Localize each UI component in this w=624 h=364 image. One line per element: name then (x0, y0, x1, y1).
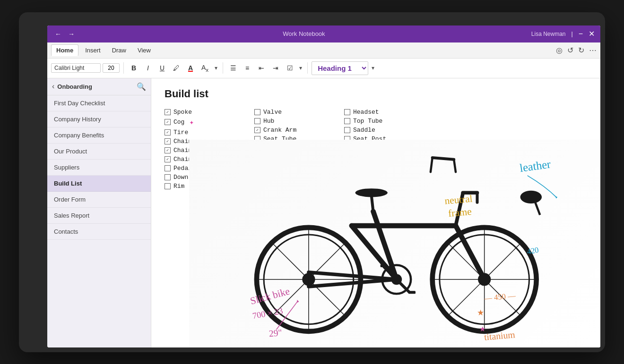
svg-text:700 × 23: 700 × 23 (252, 306, 284, 321)
svg-line-55 (431, 157, 433, 171)
star-cog-icon: ✦ (189, 118, 194, 127)
numbered-list-button[interactable]: ≡ (241, 63, 253, 73)
text-effects-button[interactable]: Ax (199, 62, 211, 74)
label-headset: Headset (353, 109, 379, 116)
label-saddle: Saddle (353, 127, 375, 134)
menu-view[interactable]: View (133, 45, 156, 56)
svg-text:29": 29" (269, 327, 283, 338)
svg-line-56 (454, 159, 456, 172)
checkbox-tire[interactable] (165, 129, 171, 135)
lasso-icon[interactable]: ◎ (556, 46, 563, 55)
sidebar-item-build-list[interactable]: Build List (47, 176, 151, 192)
redo-icon[interactable]: ↻ (578, 46, 584, 55)
menu-draw[interactable]: Draw (107, 45, 131, 56)
list-item[interactable]: Top Tube (344, 117, 420, 126)
sidebar-item-company-history[interactable]: Company History (47, 111, 151, 127)
highlight-button[interactable]: 🖊 (170, 63, 182, 73)
checkbox-chain[interactable] (165, 138, 171, 144)
list-item[interactable]: Saddle (344, 126, 420, 135)
sidebar-item-suppliers[interactable]: Suppliers (47, 160, 151, 176)
sidebar-item-company-benefits[interactable]: Company Benefits (47, 127, 151, 144)
decrease-indent-button[interactable]: ⇤ (255, 63, 268, 73)
checkbox-chainring[interactable] (165, 156, 171, 162)
svg-point-32 (355, 188, 388, 197)
label-tire: Tire (173, 129, 188, 136)
checkbox-cog[interactable] (165, 119, 171, 125)
checkbox-spoke[interactable] (165, 109, 171, 115)
checkbox-button[interactable]: ☑ (284, 63, 296, 73)
svg-text:★: ★ (477, 308, 484, 317)
list-item[interactable]: Headset (344, 108, 420, 117)
list-item[interactable]: Hub (254, 117, 330, 126)
sidebar-item-our-product[interactable]: Our Product (47, 144, 151, 160)
bold-button[interactable]: B (128, 63, 140, 73)
checkbox-rim[interactable] (165, 183, 171, 189)
list-item[interactable]: Crank Arm (254, 126, 330, 135)
bullet-list-button[interactable]: ☰ (227, 63, 239, 73)
sidebar-back-button[interactable]: ‹ (52, 82, 54, 91)
title-bar: ← → Work Notebook Lisa Newman | − ✕ (47, 25, 600, 42)
checkbox-headset[interactable] (344, 109, 350, 115)
close-button[interactable]: ✕ (589, 29, 595, 38)
device-frame: ← → Work Notebook Lisa Newman | − ✕ Home… (19, 12, 605, 352)
sidebar-section-title: Onboarding (57, 83, 134, 90)
checkbox-crank-arm[interactable] (254, 127, 260, 133)
checkbox-hub[interactable] (254, 118, 260, 124)
list-item[interactable]: Tire (165, 128, 240, 137)
content-area: Build list Spoke Cog ✦ (151, 78, 600, 347)
sidebar-item-contacts[interactable]: Contacts (47, 224, 151, 240)
increase-indent-button[interactable]: ⇥ (269, 63, 282, 73)
checkbox-valve[interactable] (254, 109, 260, 115)
sidebar-item-order-form[interactable]: Order Form (47, 192, 151, 208)
font-size-input[interactable] (103, 63, 120, 73)
user-name: Lisa Newman (531, 31, 566, 37)
label-rim: Rim (173, 183, 184, 190)
svg-text:titanium: titanium (484, 329, 516, 342)
label-cog: Cog (173, 119, 184, 126)
svg-rect-38 (381, 264, 388, 267)
heading-style-select[interactable]: Heading 1 Heading 2 Normal (312, 61, 368, 75)
checkbox-top-tube[interactable] (344, 118, 350, 124)
list-item[interactable]: Cog ✦ (165, 117, 240, 128)
svg-line-7 (274, 244, 309, 279)
checkbox-chainstay[interactable] (165, 147, 171, 153)
svg-line-20 (485, 244, 520, 279)
bike-background: leather neutral frame Slick bike 700 × 2… (189, 140, 600, 347)
separator-3 (307, 62, 308, 74)
svg-line-35 (397, 279, 409, 292)
svg-text:frame: frame (448, 205, 472, 219)
label-hub: Hub (263, 118, 274, 125)
title-divider: | (572, 31, 573, 37)
main-area: ‹ Onboarding 🔍 First Day Checklist Compa… (47, 78, 600, 347)
menu-insert[interactable]: Insert (80, 45, 105, 56)
svg-text:★: ★ (479, 324, 485, 332)
font-name-input[interactable] (51, 63, 101, 73)
italic-button[interactable]: I (142, 63, 154, 73)
sidebar-item-first-day-checklist[interactable]: First Day Checklist (47, 95, 151, 111)
list-item[interactable]: Spoke (165, 108, 240, 117)
minimize-button[interactable]: − (579, 30, 583, 38)
font-color-button[interactable]: A (184, 63, 197, 73)
undo-icon[interactable]: ↺ (567, 46, 573, 55)
nav-buttons: ← → (53, 29, 77, 39)
list-format-dropdown[interactable]: ▾ (298, 63, 303, 73)
checkbox-down-tube[interactable] (165, 174, 171, 180)
svg-marker-40 (555, 196, 558, 198)
sidebar-search-button[interactable]: 🔍 (137, 82, 146, 91)
forward-button[interactable]: → (66, 29, 77, 39)
text-format-dropdown[interactable]: ▾ (213, 63, 219, 73)
checkbox-saddle[interactable] (344, 127, 350, 133)
label-top-tube: Top Tube (353, 118, 382, 125)
list-item[interactable]: Valve (254, 108, 330, 117)
toolbar-icons: ◎ ↺ ↻ ⋯ (556, 46, 597, 55)
heading-dropdown[interactable]: ▾ (370, 63, 376, 73)
underline-button[interactable]: U (156, 63, 168, 73)
menu-home[interactable]: Home (51, 44, 78, 56)
back-button[interactable]: ← (53, 29, 63, 39)
device-screen: ← → Work Notebook Lisa Newman | − ✕ Home… (47, 25, 600, 347)
more-icon[interactable]: ⋯ (589, 46, 597, 55)
svg-marker-47 (297, 300, 299, 303)
checkbox-pedal[interactable] (165, 165, 171, 171)
svg-rect-37 (408, 291, 416, 294)
sidebar-item-sales-report[interactable]: Sales Report (47, 208, 151, 224)
